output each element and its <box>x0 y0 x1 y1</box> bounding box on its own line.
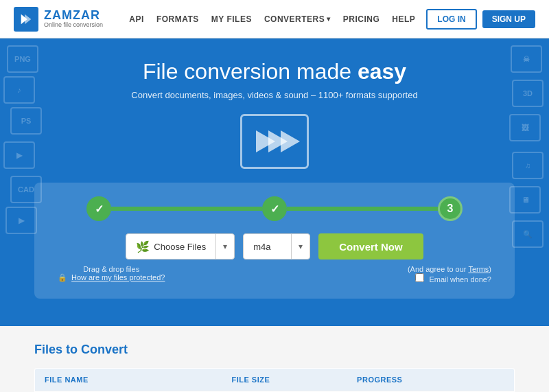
convert-button[interactable]: Convert Now <box>318 233 423 260</box>
step-2-circle: ✓ <box>262 196 287 221</box>
files-section: Files to Convert FILE NAME FILE SIZE PRO… <box>0 326 549 392</box>
format-dropdown-arrow[interactable]: ▾ <box>292 234 309 259</box>
hero-section: PNG ♪ PS ▶ CAD ▶ ☠ 3D 🖼 ♫ 🖥 🔍 File conve… <box>0 38 549 326</box>
th-filename: FILE NAME <box>35 369 222 391</box>
choose-dropdown-arrow[interactable]: ▾ <box>216 234 234 259</box>
helper-row: Drag & drop files 🔒 How are my files pro… <box>55 265 494 284</box>
th-close <box>489 369 515 391</box>
controls-row: 🌿 Choose Files ▾ m4a ▾ Convert Now <box>55 233 494 260</box>
play-arrows <box>256 130 293 152</box>
step-3-circle: 3 <box>438 196 463 221</box>
hero-subtitle: Convert documents, images, videos & soun… <box>14 90 535 100</box>
format-value: m4a <box>244 234 292 259</box>
left-helpers: Drag & drop files 🔒 How are my files pro… <box>58 265 165 284</box>
files-title-accent: Convert <box>81 343 128 356</box>
step-line-2 <box>287 207 438 211</box>
nav-links: API FORMATS MY FILES CONVERTERS PRICING … <box>129 14 415 24</box>
logo-subtitle: Online file conversion <box>44 22 103 29</box>
steps-track: ✓ ✓ 3 <box>55 196 494 221</box>
choose-label: Choose Files <box>154 242 206 252</box>
hero-play-icon <box>240 114 309 169</box>
email-row: Email when done? <box>408 273 491 284</box>
table-header-row: FILE NAME FILE SIZE PROGRESS <box>35 369 515 391</box>
files-title: Files to Convert <box>34 343 515 357</box>
nav-pricing[interactable]: PRICING <box>343 14 380 24</box>
th-filesize: FILE SIZE <box>222 369 347 391</box>
format-select[interactable]: m4a ▾ <box>243 233 310 260</box>
terms-link[interactable]: Terms <box>468 265 489 273</box>
logo-icon <box>14 7 38 32</box>
nav-api[interactable]: API <box>129 14 144 24</box>
steps-container: ✓ ✓ 3 🌿 Choose Files ▾ m4a ▾ <box>34 183 515 299</box>
logo-area: ZAMZAR Online file conversion <box>14 7 103 32</box>
files-title-plain: Files to <box>34 343 81 356</box>
nav-formats[interactable]: FORMATS <box>156 14 199 24</box>
nav-converters[interactable]: CONVERTERS <box>264 14 331 24</box>
tree-icon: 🌿 <box>136 240 150 253</box>
login-button[interactable]: LOG IN <box>426 9 476 30</box>
file-protection-link[interactable]: How are my files protected? <box>71 273 165 281</box>
lock-icon: 🔒 <box>58 273 67 281</box>
signup-button[interactable]: SIGN UP <box>482 10 535 28</box>
files-table: FILE NAME FILE SIZE PROGRESS file_exampl… <box>34 368 515 392</box>
step-line-1 <box>111 207 262 211</box>
email-label: Email when done? <box>429 275 491 284</box>
agree-text: (And agree to our <box>408 265 468 273</box>
terms-row: (And agree to our Terms) <box>408 265 491 273</box>
step-1-circle: ✓ <box>86 196 111 221</box>
play-arrow-3 <box>281 130 300 152</box>
right-helpers: (And agree to our Terms) Email when done… <box>408 265 491 284</box>
email-checkbox[interactable] <box>415 273 424 282</box>
th-progress: PROGRESS <box>347 369 489 391</box>
drag-drop-text: Drag & drop files <box>58 265 165 273</box>
nav-help[interactable]: HELP <box>392 14 415 24</box>
logo-title: ZAMZAR <box>44 9 103 23</box>
nav-myfiles[interactable]: MY FILES <box>211 14 252 24</box>
svg-marker-1 <box>25 14 31 24</box>
choose-main: 🌿 Choose Files <box>126 234 216 259</box>
hero-content: File conversion made easy Convert docume… <box>14 59 535 299</box>
hero-title: File conversion made easy <box>14 59 535 84</box>
file-protection-row: 🔒 How are my files protected? <box>58 273 165 282</box>
navbar: ZAMZAR Online file conversion API FORMAT… <box>0 0 549 38</box>
choose-files-button[interactable]: 🌿 Choose Files ▾ <box>126 233 235 260</box>
logo-text: ZAMZAR Online file conversion <box>44 9 103 30</box>
